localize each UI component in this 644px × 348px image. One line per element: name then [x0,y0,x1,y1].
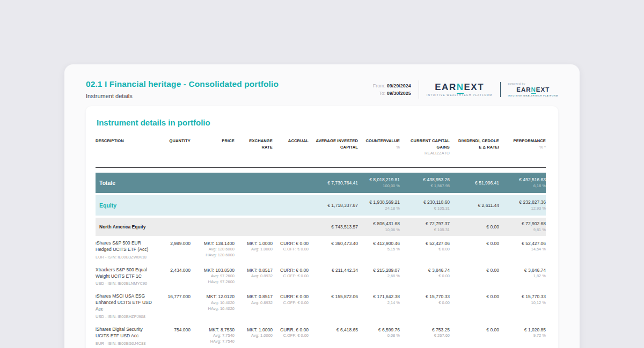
instrument-table-card: Instrument details in portfolio DESCRIPT… [86,106,558,348]
instrument-name: iShares Digital Security UCITS ETF USD A… [96,327,160,339]
accrual-cell: CURR: € 0.00C.OFF: € 0.00 [273,267,309,279]
page-subtitle: Instrument details [86,93,279,99]
countervalue-cell: € 806,431.6810,06 % [358,220,400,233]
performance-cell: € 52,427.0614,54 % [499,240,546,253]
column-header: ACCRUAL [273,138,309,157]
accrual-cell: CURR: € 0.00C.OFF: € 0.00 [273,327,309,339]
header-divider [96,167,546,168]
earnext-logo: EARNEXT INTUITIVE WEALTHTECH PLATFORM [427,83,493,97]
report-header: 02.1 I Financial heritage - Consolidated… [64,64,580,99]
invested-cell: € 1,718,337.87 [309,202,358,209]
date-to: To: 09/30/2025 [373,90,411,97]
dividends-cell: € 0.00 [450,240,499,247]
description-cell: iShares S&P 500 EUR Hedged UCITS ETF (Ac… [96,240,160,260]
description-cell: iShares Digital Security UCITS ETF USD A… [96,327,160,346]
instrument-row: iShares S&P 500 EUR Hedged UCITS ETF (Ac… [96,236,546,263]
exchange-rate-cell: MKT: 1.0000Avg: 1.0000 [235,327,273,339]
vertical-divider [419,80,419,99]
page-title: 02.1 I Financial heritage - Consolidated… [86,79,279,89]
region-group-row: North America Equity € 743,513.57 € 806,… [96,218,546,236]
price-cell: MKT: 138.1400Avg: 120.6000HAvg: 120.6000 [191,240,235,258]
countervalue-cell: € 1,938,569.2124,18 % [358,199,400,211]
dividends-cell: € 51,996.41 [450,180,499,186]
dividends-cell: € 2,611.44 [450,202,499,209]
powered-earnext-tagline: INTUITIVE WEALTHTECH PLATFORM [508,94,559,97]
date-from-value: 09/29/2024 [387,83,411,88]
total-row: Totale € 7,730,764.41 € 8,018,219.81100,… [96,173,546,193]
description-cell: iShares MSCI USA ESG Enhanced UCITS ETF … [96,293,160,319]
invested-cell: € 360,473.40 [309,240,358,247]
column-header: COUNTERVALUE% [358,138,400,157]
table-header-row: DESCRIPTIONQUANTITYPRICEEXCHANGERATEACCR… [96,138,546,157]
price-cell: MKT: 8.7530Avg: 7.7540HAvg: 7.7540 [191,327,235,345]
powered-by-logo: powered by EARNEXT INTUITIVE WEALTHTECH … [508,82,559,97]
earnext-wordmark: EARNEXT [435,83,484,92]
capital-gains-cell: € 72,797.37€ 105.31 [400,220,450,233]
performance-cell: € 232,827.3612,93 % [499,199,546,211]
instrument-isin: USD - ISIN: IE00BLNMYC90 [96,281,160,286]
exchange-rate-cell: MKT: 1.0000Avg: 1.0000 [235,240,273,253]
countervalue-cell: € 8,018,219.81100,00 % [358,176,400,189]
column-header: CURRENT CAPITALGAINSREALIZZATO [400,138,450,157]
price-cell: MKT: 103.8500Avg: 97.2600HAvg: 97.2600 [191,267,235,285]
column-header: PERFORMANCE% * [499,138,546,157]
date-from-label: From: [373,83,386,88]
header-meta: From: 09/29/2024 To: 09/30/2025 EARNEXT … [373,80,558,99]
column-header: DIVIDENDI, CEDOLEE Δ RATEI [450,138,499,157]
countervalue-cell: € 215,289.072,68 % [358,267,400,279]
instrument-name: Xtrackers S&P 500 Equal Weight UCITS ETF… [96,267,160,280]
report-title-block: 02.1 I Financial heritage - Consolidated… [86,79,279,99]
invested-cell: € 743,513.57 [309,224,358,230]
column-header: PRICE [191,138,235,157]
capital-gains-cell: € 3,846.74€ 0.00 [400,267,450,279]
capital-gains-cell: € 230,110.60€ 105.31 [400,199,450,211]
description-cell: Xtrackers S&P 500 Equal Weight UCITS ETF… [96,267,160,286]
performance-cell: € 1,020.859,72 % [499,327,546,339]
dividends-cell: € 0.00 [450,327,499,333]
date-from: From: 09/29/2024 [373,82,411,90]
equity-group-row: Equity € 1,718,337.87 € 1,938,569.2124,1… [96,195,546,216]
accrual-cell: CURR: € 0.00C.OFF: € 0.00 [273,240,309,253]
powered-earnext-wordmark: EARNEXT [516,87,550,93]
instrument-row: iShares MSCI USA ESG Enhanced UCITS ETF … [96,290,546,322]
invested-cell: € 155,872.06 [309,293,358,300]
group-label: North America Equity [96,224,309,229]
date-to-label: To: [379,91,385,96]
logo-divider [500,82,501,97]
instrument-isin: EUR - ISIN: IE00B3ZW0K18 [96,255,160,260]
countervalue-cell: € 6,599.760,08 % [358,327,400,339]
date-to-value: 09/30/2025 [387,91,411,96]
instrument-row: Xtrackers S&P 500 Equal Weight UCITS ETF… [96,263,546,290]
price-cell: MKT: 12.0120Avg: 10.4020HAvg: 10.4020 [191,293,235,312]
performance-cell: € 3,846.741,82 % [499,267,546,279]
performance-cell: € 492,516.636,18 % [499,176,546,189]
invested-cell: € 211,442.34 [309,267,358,273]
dividends-cell: € 0.00 [450,293,499,300]
earnext-tagline: INTUITIVE WEALTHTECH PLATFORM [427,93,493,97]
column-header: DESCRIPTION [96,138,160,157]
instrument-name: iShares MSCI USA ESG Enhanced UCITS ETF … [96,293,160,313]
section-title: Instrument details in portfolio [97,118,548,127]
countervalue-cell: € 171,642.382,14 % [358,293,400,306]
instrument-row: iShares Digital Security UCITS ETF USD A… [96,323,546,348]
dividends-cell: € 0.00 [450,224,499,230]
date-range: From: 09/29/2024 To: 09/30/2025 [373,82,411,98]
group-label: Totale [96,180,309,186]
column-header: AVERAGE INVESTEDCAPITAL [309,138,358,157]
instrument-isin: EUR - ISIN: IE00BG0J4C88 [96,341,160,346]
quantity-cell: 16,777.000 [160,293,191,300]
powered-by-label: powered by [508,82,525,85]
dividends-cell: € 0.00 [450,267,499,273]
quantity-cell: 2,434.000 [160,267,191,273]
report-window: 02.1 I Financial heritage - Consolidated… [64,64,580,348]
exchange-rate-cell: MKT: 0.8517Avg: 0.8932 [235,267,273,279]
quantity-cell: 2,989.000 [160,240,191,247]
table-body: Totale € 7,730,764.41 € 8,018,219.81100,… [96,173,548,348]
capital-gains-cell: € 52,427.06€ 0.00 [400,240,450,253]
column-header: QUANTITY [160,138,191,157]
quantity-cell: 754.000 [160,327,191,333]
instrument-name: iShares S&P 500 EUR Hedged UCITS ETF (Ac… [96,240,160,253]
group-label: Equity [96,202,309,209]
countervalue-cell: € 412,900.465,15 % [358,240,400,253]
performance-cell: € 15,770.3310,12 % [499,293,546,306]
